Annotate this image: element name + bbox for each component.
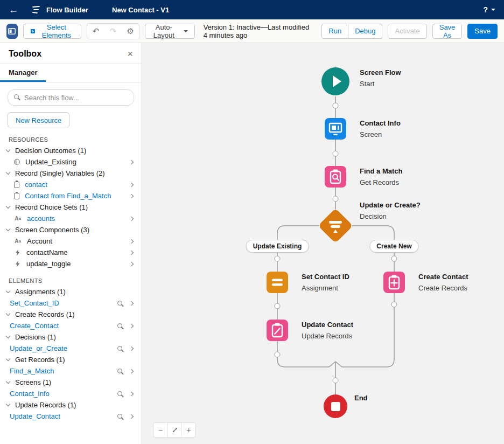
activate-button[interactable]: Activate — [388, 24, 426, 39]
find-in-canvas-icon[interactable] — [117, 369, 122, 373]
branch-label-update-existing: Update Existing — [246, 240, 309, 253]
screen-icon — [325, 118, 346, 140]
end-node[interactable] — [324, 394, 347, 418]
node-label: Update or Create?Decision — [360, 200, 421, 221]
find-in-canvas-icon[interactable] — [117, 414, 122, 419]
undo-button[interactable]: ↶ — [87, 24, 104, 39]
app-header: ← Flow Builder New Contact - V1 ? — [0, 0, 504, 19]
zoom-in-button[interactable]: + — [181, 423, 195, 437]
run-button[interactable]: Run — [321, 24, 348, 39]
element-item-contact-info[interactable]: Contact_Info — [0, 388, 142, 399]
find-in-canvas-icon[interactable] — [117, 323, 122, 328]
element-item-set-contact-id[interactable]: Set_Contact_ID — [0, 297, 142, 309]
resource-item-contactname[interactable]: contactName — [0, 247, 142, 258]
node-label: End — [354, 393, 368, 403]
element-group-decisions[interactable]: Decisions (1) — [0, 331, 142, 343]
assignment-icon — [267, 272, 288, 293]
settings-gear-button[interactable]: ⚙ — [122, 24, 139, 39]
connector-add-button[interactable] — [391, 302, 397, 308]
element-group-create-records[interactable]: Create Records (1) — [0, 309, 142, 320]
chevron-down-icon — [6, 334, 10, 338]
record-variable-icon — [14, 182, 19, 188]
toggle-toolbox-button[interactable] — [6, 24, 18, 39]
resource-item-contact-from-find-a-match[interactable]: Contact from Find_a_Match — [0, 190, 142, 202]
element-group-screens[interactable]: Screens (1) — [0, 377, 142, 388]
search-input[interactable] — [8, 89, 134, 106]
resource-item-update-toggle[interactable]: update_toggle — [0, 258, 142, 269]
chevron-right-icon[interactable] — [129, 301, 134, 305]
new-resource-button[interactable]: New Resource — [8, 112, 69, 128]
fit-to-view-button[interactable] — [167, 423, 181, 437]
group-label: Screens (1) — [15, 378, 51, 386]
chevron-right-icon[interactable] — [129, 159, 134, 164]
chevron-right-icon[interactable] — [129, 239, 134, 243]
chevron-down-icon — [184, 30, 188, 32]
save-button[interactable]: Save — [467, 24, 498, 39]
assignment-node[interactable] — [267, 272, 288, 293]
chevron-right-icon[interactable] — [129, 193, 134, 198]
find-in-canvas-icon[interactable] — [117, 346, 122, 351]
resource-item-account[interactable]: Aa Account — [0, 235, 142, 247]
version-status-text: Version 1: Inactive—Last modified 4 minu… — [204, 23, 313, 39]
choice-set-icon: Aa — [14, 216, 22, 221]
chevron-right-icon[interactable] — [129, 391, 134, 396]
element-item-update-or-create[interactable]: Update_or_Create — [0, 343, 142, 354]
resource-item-contact[interactable]: contact — [0, 179, 142, 190]
element-group-assignments[interactable]: Assignments (1) — [0, 286, 142, 297]
screen-node[interactable] — [325, 118, 346, 140]
back-arrow-icon[interactable]: ← — [9, 4, 18, 16]
element-item-create-contact[interactable]: Create_Contact — [0, 320, 142, 331]
elements-section-label: ELEMENTS — [9, 278, 133, 284]
element-group-update-records[interactable]: Update Records (1) — [0, 399, 142, 411]
select-elements-button[interactable]: Select Elements — [23, 24, 81, 39]
resource-item-accounts[interactable]: Aa accounts — [0, 213, 142, 224]
resources-section-label: RESOURCES — [9, 136, 133, 143]
chevron-right-icon[interactable] — [129, 261, 134, 266]
connector-add-button[interactable] — [275, 256, 281, 262]
connector-add-button[interactable] — [333, 196, 339, 202]
help-menu[interactable]: ? — [483, 5, 495, 14]
chevron-right-icon[interactable] — [129, 216, 134, 220]
chevron-right-icon[interactable] — [129, 369, 134, 373]
connector-add-button[interactable] — [391, 256, 397, 262]
resource-group-record-variables[interactable]: Record (Single) Variables (2) — [0, 168, 142, 179]
create-records-node[interactable] — [383, 272, 405, 293]
element-item-update-contact[interactable]: Update_Contact — [0, 411, 142, 422]
get-records-node[interactable] — [325, 166, 346, 188]
choice-set-icon: Aa — [14, 238, 22, 244]
resource-item-update-existing[interactable]: Update_Existing — [0, 156, 142, 168]
element-item-find-a-match[interactable]: Find_a_Match — [0, 365, 142, 377]
chevron-right-icon[interactable] — [129, 182, 134, 186]
branch-label-create-new: Create New — [369, 240, 418, 253]
chevron-right-icon[interactable] — [129, 323, 134, 328]
flow-canvas[interactable]: Screen FlowStart Contact InfoScreen — [142, 43, 504, 444]
chevron-right-icon[interactable] — [129, 414, 134, 418]
chevron-right-icon[interactable] — [129, 250, 134, 254]
debug-button[interactable]: Debug — [348, 24, 382, 39]
close-icon[interactable]: × — [127, 49, 133, 59]
group-label: Screen Components (3) — [15, 226, 89, 234]
layout-mode-dropdown[interactable]: Auto-Layout — [145, 24, 195, 39]
element-group-get-records[interactable]: Get Records (1) — [0, 354, 142, 365]
redo-button[interactable]: ↷ — [104, 24, 122, 39]
lightning-icon — [14, 261, 21, 267]
find-in-canvas-icon[interactable] — [117, 391, 122, 396]
resource-group-record-choice-sets[interactable]: Record Choice Sets (1) — [0, 202, 142, 213]
tab-manager[interactable]: Manager — [0, 64, 46, 82]
save-as-button[interactable]: Save As — [432, 24, 463, 39]
connector-lines — [142, 43, 504, 444]
resource-group-decision-outcomes[interactable]: Decision Outcomes (1) — [0, 145, 142, 156]
chevron-right-icon[interactable] — [129, 346, 134, 350]
zoom-out-button[interactable]: − — [153, 423, 167, 437]
connector-add-button[interactable] — [275, 303, 281, 309]
connector-add-button[interactable] — [275, 352, 281, 358]
connector-add-button[interactable] — [333, 103, 339, 109]
outcome-icon — [14, 159, 20, 165]
connector-add-button[interactable] — [333, 151, 339, 157]
chevron-down-icon — [6, 289, 10, 293]
find-in-canvas-icon[interactable] — [117, 301, 122, 306]
update-records-node[interactable] — [267, 320, 288, 341]
connector-add-button[interactable] — [333, 378, 339, 384]
resource-group-screen-components[interactable]: Screen Components (3) — [0, 224, 142, 235]
start-node[interactable] — [321, 67, 349, 95]
